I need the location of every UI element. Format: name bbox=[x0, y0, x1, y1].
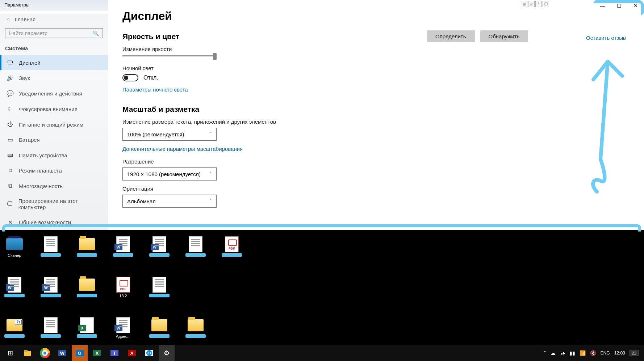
sidebar-item-0[interactable]: 🖵Дисплей bbox=[0, 55, 108, 70]
tray-wifi-icon[interactable]: 📶 bbox=[580, 350, 586, 356]
window-title: Параметры bbox=[0, 0, 108, 11]
nightlight-toggle[interactable] bbox=[122, 74, 138, 81]
nav-label: Общие возможности bbox=[19, 219, 71, 225]
aux-window-controls[interactable]: ⊞ ⤢ ˅ ❐ bbox=[521, 1, 549, 7]
desktop-icon[interactable] bbox=[39, 318, 62, 339]
desktop-icon[interactable] bbox=[148, 318, 171, 339]
nav-label: Режим планшета bbox=[19, 167, 62, 174]
identify-button[interactable]: Определить bbox=[427, 30, 475, 42]
sidebar-item-7[interactable]: ⌑Режим планшета bbox=[0, 163, 108, 178]
desktop-icon[interactable] bbox=[148, 277, 171, 298]
search-icon: 🔍 bbox=[93, 30, 99, 36]
outlook-icon: O bbox=[75, 348, 84, 358]
redacted-label bbox=[4, 334, 25, 338]
taskbar-acrobat[interactable]: A bbox=[124, 345, 140, 361]
taskbar-outlook[interactable]: O bbox=[72, 345, 88, 361]
redacted-label bbox=[41, 334, 61, 338]
taskbar-word[interactable]: W bbox=[54, 345, 70, 361]
desktop-icon[interactable]: Сканер bbox=[3, 237, 26, 258]
svg-text:O: O bbox=[78, 351, 81, 356]
advanced-scaling-link[interactable]: Дополнительные параметры масштабирования bbox=[122, 146, 243, 152]
desktop-icon[interactable]: WАдрес... bbox=[112, 318, 135, 339]
taskbar-clock[interactable]: 12:03 bbox=[614, 351, 625, 356]
orientation-dropdown[interactable]: Альбомная ˅ bbox=[122, 195, 217, 208]
resolution-dropdown[interactable]: 1920 × 1080 (рекомендуется) ˅ bbox=[122, 167, 217, 180]
tray-volume-icon[interactable]: 🔇 bbox=[590, 350, 596, 356]
desktop-icon[interactable] bbox=[220, 237, 243, 258]
sidebar-item-9[interactable]: 🖵Проецирование на этот компьютер bbox=[0, 194, 108, 215]
sidebar-item-5[interactable]: ▭Батарея bbox=[0, 132, 108, 148]
desktop-icon[interactable] bbox=[75, 277, 99, 298]
desktop-icon[interactable]: W bbox=[3, 277, 26, 298]
nav-label: Батарея bbox=[19, 137, 40, 143]
desktop-icon[interactable] bbox=[184, 237, 207, 258]
tray-bluetooth-icon[interactable]: 🕪 bbox=[560, 350, 565, 356]
desktop-icon-label: Адрес... bbox=[116, 334, 131, 339]
feedback-link[interactable]: Оставить отзыв bbox=[586, 35, 626, 41]
content-pane: ⊞ ⤢ ˅ ❐ — ☐ ✕ Дисплей Определить Обнаруж… bbox=[108, 0, 644, 230]
search-input[interactable] bbox=[9, 30, 93, 36]
sidebar-item-8[interactable]: ⧉Многозадачность bbox=[0, 178, 108, 194]
desktop-icon[interactable]: W bbox=[112, 237, 135, 258]
nav-icon: ☾ bbox=[7, 106, 14, 112]
desktop-icon[interactable] bbox=[75, 237, 99, 258]
nightlight-settings-link[interactable]: Параметры ночного света bbox=[122, 86, 188, 93]
desktop-icon-label: 13.2 bbox=[119, 294, 127, 298]
chevron-down-icon: ˅ bbox=[210, 199, 212, 204]
desktop-icon[interactable]: W bbox=[148, 237, 171, 258]
desktop-icon[interactable] bbox=[39, 237, 62, 258]
taskbar-teamviewer[interactable] bbox=[141, 345, 157, 361]
resolution-label: Разрешение bbox=[122, 158, 630, 165]
taskbar-excel[interactable]: X bbox=[89, 345, 105, 361]
nav-label: Звук bbox=[19, 75, 30, 81]
desktop-icon[interactable]: W bbox=[39, 277, 62, 298]
aux-restore-icon[interactable]: ❐ bbox=[543, 1, 549, 7]
orientation-label: Ориентация bbox=[122, 186, 630, 192]
word-doc-icon: W bbox=[114, 237, 132, 252]
tray-language[interactable]: ENG bbox=[601, 351, 610, 356]
folder-icon bbox=[23, 348, 32, 358]
aux-down-icon[interactable]: ˅ bbox=[535, 1, 542, 7]
brightness-slider[interactable] bbox=[122, 55, 217, 56]
search-box[interactable]: 🔍 bbox=[5, 28, 103, 38]
sidebar-item-10[interactable]: ✕Общие возможности bbox=[0, 215, 108, 230]
close-button[interactable]: ✕ bbox=[627, 0, 644, 12]
svg-text:T: T bbox=[113, 351, 116, 356]
desktop-icon[interactable] bbox=[184, 318, 207, 339]
sidebar-item-6[interactable]: 🖴Память устройства bbox=[0, 148, 108, 163]
document-icon bbox=[42, 318, 59, 333]
home-button[interactable]: ⌂ Главная bbox=[0, 11, 108, 26]
desktop-icon[interactable]: 13.2 bbox=[112, 277, 135, 298]
detect-button[interactable]: Обнаружить bbox=[480, 30, 528, 42]
taskbar-teams[interactable]: T bbox=[106, 345, 122, 361]
redacted-label bbox=[41, 253, 61, 257]
start-button[interactable]: ⊞ bbox=[2, 345, 18, 361]
sidebar-item-1[interactable]: 🔊Звук bbox=[0, 70, 108, 86]
document-icon bbox=[42, 237, 59, 252]
taskbar-chrome[interactable] bbox=[37, 345, 53, 361]
nav-label: Дисплей bbox=[19, 60, 41, 66]
notification-count[interactable]: 22 bbox=[630, 350, 639, 356]
svg-text:W: W bbox=[60, 351, 65, 356]
scale-dropdown[interactable]: 100% (рекомендуется) ˅ bbox=[122, 128, 217, 141]
nightlight-toggle-state: Откл. bbox=[143, 75, 158, 81]
sidebar-item-4[interactable]: ⏻Питание и спящий режим bbox=[0, 117, 108, 132]
taskbar-explorer[interactable] bbox=[20, 345, 35, 361]
minimize-button[interactable]: — bbox=[594, 0, 611, 12]
desktop-area[interactable]: СканерWWWW13.2XWАдрес... bbox=[0, 232, 644, 345]
desktop-icon[interactable]: X bbox=[75, 318, 99, 339]
sidebar-item-3[interactable]: ☾Фокусировка внимания bbox=[0, 101, 108, 117]
maximize-button[interactable]: ☐ bbox=[611, 0, 627, 12]
tray-chevron-icon[interactable]: ˄ bbox=[544, 350, 546, 356]
brightness-slider-thumb[interactable] bbox=[213, 53, 217, 60]
desktop-icon[interactable] bbox=[3, 318, 26, 339]
tray-battery-icon[interactable]: ▮▮ bbox=[569, 350, 575, 356]
folder-icon bbox=[151, 318, 168, 333]
aux-expand-icon[interactable]: ⤢ bbox=[528, 1, 535, 7]
word-doc-icon: W bbox=[6, 277, 23, 292]
tray-cloud-icon[interactable]: ☁ bbox=[551, 350, 556, 356]
taskbar-settings[interactable]: ⚙ bbox=[159, 345, 175, 361]
aux-grid-icon[interactable]: ⊞ bbox=[521, 1, 527, 7]
sidebar-item-2[interactable]: 💬Уведомления и действия bbox=[0, 86, 108, 101]
nav-label: Многозадачность bbox=[19, 183, 63, 189]
